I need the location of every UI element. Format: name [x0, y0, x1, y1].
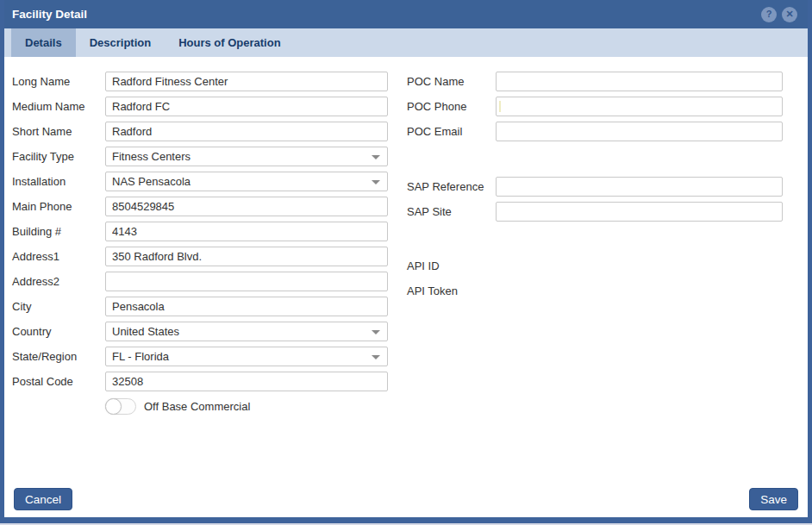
- postal-code-input[interactable]: [105, 372, 388, 391]
- form-row: API Token: [407, 278, 783, 303]
- form-row: POC Name: [407, 69, 783, 94]
- facility-type-value: Fitness Centers: [112, 150, 191, 163]
- form-row: Main Phone: [12, 194, 388, 219]
- tab-description[interactable]: Description: [76, 28, 166, 57]
- form-row: State/Region FL - Florida: [12, 344, 388, 369]
- form-row: Facility Type Fitness Centers: [12, 144, 388, 169]
- main-phone-label: Main Phone: [12, 200, 105, 213]
- installation-label: Installation: [12, 175, 105, 188]
- facility-type-select[interactable]: Fitness Centers: [105, 147, 388, 166]
- tab-strip: Details Description Hours of Operation: [4, 28, 808, 57]
- off-base-commercial-label: Off Base Commercial: [144, 400, 250, 413]
- tab-hours-of-operation[interactable]: Hours of Operation: [165, 28, 294, 57]
- help-icon[interactable]: ?: [761, 7, 777, 22]
- form-row: POC Phone: [407, 94, 783, 119]
- form-row: Long Name: [12, 69, 388, 94]
- text-cursor-artifact: [499, 101, 501, 112]
- short-name-input[interactable]: [105, 122, 388, 141]
- off-base-commercial-toggle[interactable]: [105, 398, 136, 415]
- toggle-knob: [105, 398, 122, 415]
- address1-label: Address1: [12, 250, 105, 263]
- country-label: Country: [12, 325, 105, 338]
- postal-code-label: Postal Code: [12, 375, 105, 388]
- country-value: United States: [112, 325, 179, 338]
- city-input[interactable]: [105, 297, 388, 316]
- form-row: Postal Code: [12, 369, 388, 394]
- state-region-select[interactable]: FL - Florida: [105, 347, 388, 366]
- sap-reference-input[interactable]: [496, 177, 783, 197]
- chevron-down-icon: [372, 155, 380, 159]
- dialog-titlebar: Facility Detail ? ✕: [4, 0, 808, 28]
- country-select[interactable]: United States: [105, 322, 388, 341]
- cancel-button[interactable]: Cancel: [14, 488, 72, 510]
- poc-name-input[interactable]: [496, 72, 783, 91]
- installation-select[interactable]: NAS Pensacola: [105, 172, 388, 191]
- tab-details[interactable]: Details: [11, 28, 76, 57]
- form-row: Address1: [12, 244, 388, 269]
- main-phone-input[interactable]: [105, 197, 388, 216]
- sap-reference-label: SAP Reference: [407, 180, 496, 193]
- dialog-title: Facility Detail: [12, 8, 756, 21]
- form-row: SAP Reference: [407, 174, 783, 199]
- poc-email-input[interactable]: [496, 122, 783, 141]
- state-region-label: State/Region: [12, 350, 105, 363]
- form-row: Medium Name: [12, 94, 388, 119]
- chevron-down-icon: [372, 330, 380, 334]
- form-row: Country United States: [12, 319, 388, 344]
- medium-name-input[interactable]: [105, 97, 388, 116]
- building-number-label: Building #: [12, 225, 105, 238]
- form-row: API ID: [407, 253, 783, 278]
- chevron-down-icon: [372, 355, 380, 359]
- address2-label: Address2: [12, 275, 105, 288]
- poc-phone-input[interactable]: [496, 97, 783, 116]
- form-row: City: [12, 294, 388, 319]
- form-right-column: POC Name POC Phone POC Email SAP Referen…: [407, 69, 783, 303]
- form-row: Installation NAS Pensacola: [12, 169, 388, 194]
- sap-site-label: SAP Site: [407, 205, 496, 218]
- installation-value: NAS Pensacola: [112, 175, 191, 188]
- poc-phone-wrap: [496, 97, 783, 116]
- api-token-label: API Token: [407, 284, 496, 297]
- off-base-commercial-row: Off Base Commercial: [105, 394, 388, 419]
- state-region-value: FL - Florida: [112, 350, 169, 363]
- sap-site-input[interactable]: [496, 202, 783, 222]
- facility-type-label: Facility Type: [12, 150, 105, 163]
- long-name-input[interactable]: [105, 72, 388, 91]
- facility-detail-dialog: Facility Detail ? ✕ Details Description …: [0, 0, 812, 523]
- poc-name-label: POC Name: [407, 75, 496, 88]
- form-row: Building #: [12, 219, 388, 244]
- address1-input[interactable]: [105, 247, 388, 266]
- form-row: Address2: [12, 269, 388, 294]
- poc-phone-label: POC Phone: [407, 100, 496, 113]
- save-button[interactable]: Save: [749, 488, 798, 510]
- city-label: City: [12, 300, 105, 313]
- chevron-down-icon: [372, 180, 380, 184]
- long-name-label: Long Name: [12, 75, 105, 88]
- short-name-label: Short Name: [12, 125, 105, 138]
- building-number-input[interactable]: [105, 222, 388, 241]
- medium-name-label: Medium Name: [12, 100, 105, 113]
- form-left-column: Long Name Medium Name Short Name Facilit…: [12, 69, 388, 419]
- form-row: SAP Site: [407, 199, 783, 224]
- form-row: POC Email: [407, 119, 783, 144]
- form-row: Short Name: [12, 119, 388, 144]
- api-id-label: API ID: [407, 259, 496, 272]
- close-icon[interactable]: ✕: [782, 7, 797, 22]
- poc-email-label: POC Email: [407, 125, 496, 138]
- address2-input[interactable]: [105, 272, 388, 291]
